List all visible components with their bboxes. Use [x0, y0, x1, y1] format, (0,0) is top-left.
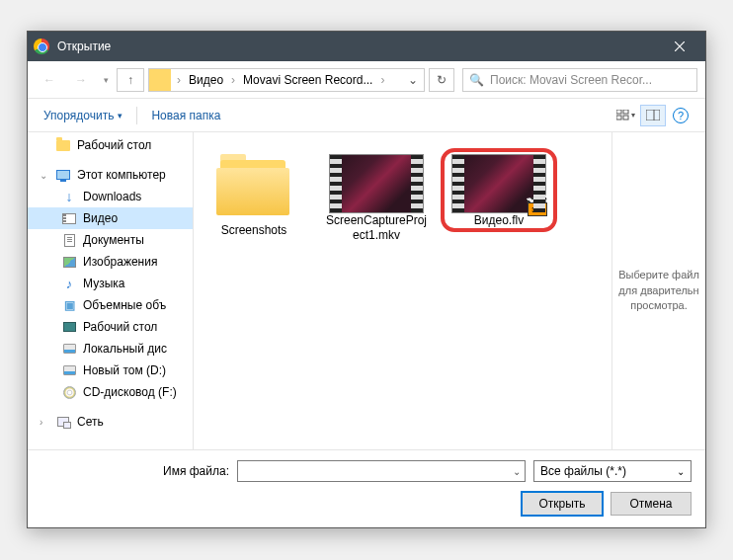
sidebar-label: Локальный дис — [83, 342, 167, 356]
file-list[interactable]: Screenshots ScreenCaptureProject1.mkv 32… — [194, 132, 611, 449]
navigation-sidebar: Рабочий стол ⌄Этот компьютер ↓Downloads … — [28, 132, 194, 449]
preview-pane-button[interactable] — [640, 105, 666, 126]
file-name: Видео.flv — [474, 213, 524, 228]
close-icon — [675, 41, 685, 51]
folder-icon — [214, 154, 293, 215]
file-area: Screenshots ScreenCaptureProject1.mkv 32… — [194, 132, 705, 449]
dropdown-icon: ⌄ — [677, 466, 685, 477]
breadcrumb-folder[interactable]: Movavi Screen Record... — [241, 73, 374, 87]
preview-pane: Выберите файл для дварительн просмотра. — [611, 132, 705, 449]
chevron-right-icon: › — [171, 73, 187, 87]
breadcrumb-bar[interactable]: › Видео › Movavi Screen Record... › ⌄ — [148, 68, 425, 92]
sidebar-label: Музыка — [83, 277, 124, 290]
objects3d-icon: ▣ — [61, 297, 77, 313]
filename-label: Имя файла: — [41, 464, 229, 478]
file-item-video[interactable]: ScreenCaptureProject1.mkv — [324, 148, 429, 243]
search-placeholder: Поиск: Movavi Screen Recor... — [490, 73, 652, 87]
close-button[interactable] — [660, 32, 699, 61]
file-name: Screenshots — [221, 223, 287, 238]
sidebar-label: Видео — [83, 211, 118, 225]
help-icon: ? — [673, 108, 689, 123]
sidebar-label: Этот компьютер — [77, 168, 166, 182]
sidebar-item-documents[interactable]: Документы — [28, 229, 193, 251]
breadcrumb-video[interactable]: Видео — [187, 73, 225, 87]
svg-rect-4 — [646, 110, 660, 120]
sidebar-item-video[interactable]: Видео — [28, 207, 193, 229]
cancel-button[interactable]: Отмена — [611, 492, 692, 516]
back-button[interactable]: ← — [36, 68, 63, 92]
svg-rect-1 — [623, 110, 628, 114]
chrome-icon — [34, 39, 49, 54]
content-area: Рабочий стол ⌄Этот компьютер ↓Downloads … — [28, 132, 705, 449]
view-options-button[interactable] — [612, 105, 638, 126]
recent-dropdown[interactable]: ▾ — [99, 68, 113, 92]
sidebar-label: Рабочий стол — [83, 320, 157, 334]
titlebar: Открытие — [28, 32, 705, 61]
disk-icon — [61, 341, 77, 357]
dropdown-icon[interactable]: ⌄ — [513, 466, 521, 477]
computer-icon — [55, 167, 71, 183]
sidebar-item-images[interactable]: Изображения — [28, 251, 193, 273]
filter-label: Все файлы (*.*) — [540, 464, 626, 478]
folder-icon — [149, 69, 171, 91]
forward-button[interactable]: → — [67, 68, 95, 92]
sidebar-item-cdrom[interactable]: CD-дисковод (F:) — [28, 381, 193, 403]
disk-icon — [61, 362, 77, 378]
collapse-icon: ⌄ — [40, 170, 49, 181]
sidebar-item-downloads[interactable]: ↓Downloads — [28, 186, 193, 207]
file-item-video-highlighted[interactable]: 321 Видео.flv — [447, 148, 551, 228]
desktop-icon — [61, 319, 77, 335]
navigation-bar: ← → ▾ ↑ › Видео › Movavi Screen Record..… — [28, 61, 705, 99]
sidebar-item-music[interactable]: ♪Музыка — [28, 273, 193, 294]
search-input[interactable]: 🔍 Поиск: Movavi Screen Recor... — [462, 68, 697, 92]
sidebar-item-localdisk[interactable]: Локальный дис — [28, 338, 193, 360]
network-icon — [55, 414, 71, 430]
sidebar-item-3dobjects[interactable]: ▣Объемные объ — [28, 294, 193, 316]
organize-menu[interactable]: Упорядочить — [40, 105, 126, 126]
svg-rect-3 — [623, 116, 628, 120]
video-thumbnail: 321 — [451, 154, 546, 213]
file-open-dialog: Открытие ← → ▾ ↑ › Видео › Movavi Screen… — [27, 31, 706, 528]
sidebar-label: Downloads — [83, 190, 141, 203]
video-thumbnail — [329, 154, 424, 213]
breadcrumb-dropdown[interactable]: ⌄ — [402, 73, 424, 87]
sidebar-label: Изображения — [83, 255, 157, 269]
sidebar-label: Рабочий стол — [77, 138, 151, 152]
sidebar-label: Объемные объ — [83, 298, 166, 312]
preview-message: Выберите файл для дварительн просмотра. — [618, 268, 699, 313]
mpc-icon: 321 — [528, 199, 549, 216]
sidebar-item-desktop-quick[interactable]: Рабочий стол — [28, 134, 193, 156]
window-title: Открытие — [57, 40, 660, 53]
images-icon — [61, 254, 77, 270]
sidebar-item-desktop[interactable]: Рабочий стол — [28, 316, 193, 338]
sidebar-label: Документы — [83, 233, 144, 247]
up-button[interactable]: ↑ — [117, 68, 144, 92]
sidebar-item-newvolume[interactable]: Новый том (D:) — [28, 360, 193, 381]
cd-icon — [61, 384, 77, 400]
bottom-bar: Имя файла: ⌄ Все файлы (*.*) ⌄ Открыть О… — [28, 449, 705, 527]
open-button[interactable]: Открыть — [522, 492, 603, 516]
refresh-button[interactable]: ↻ — [429, 68, 454, 92]
file-name: ScreenCaptureProject1.mkv — [324, 213, 429, 243]
new-folder-button[interactable]: Новая папка — [147, 105, 224, 126]
preview-pane-icon — [646, 110, 660, 120]
desktop-icon — [55, 137, 71, 153]
music-icon: ♪ — [61, 276, 77, 291]
separator — [136, 107, 137, 124]
sidebar-label: Сеть — [77, 415, 104, 429]
video-icon — [61, 210, 77, 226]
view-icon — [616, 110, 629, 120]
svg-rect-2 — [616, 116, 621, 120]
sidebar-label: CD-дисковод (F:) — [83, 385, 177, 399]
file-item-folder[interactable]: Screenshots — [202, 148, 306, 238]
sidebar-item-network[interactable]: ›Сеть — [28, 411, 193, 433]
sidebar-label: Новый том (D:) — [83, 363, 166, 377]
filetype-filter[interactable]: Все файлы (*.*) ⌄ — [533, 460, 692, 482]
help-button[interactable]: ? — [668, 105, 693, 126]
sidebar-item-thispc[interactable]: ⌄Этот компьютер — [28, 164, 193, 186]
chevron-right-icon: › — [374, 73, 390, 87]
documents-icon — [61, 232, 77, 248]
toolbar: Упорядочить Новая папка ? — [28, 99, 705, 132]
filename-input[interactable]: ⌄ — [237, 460, 526, 482]
svg-rect-0 — [616, 110, 621, 114]
